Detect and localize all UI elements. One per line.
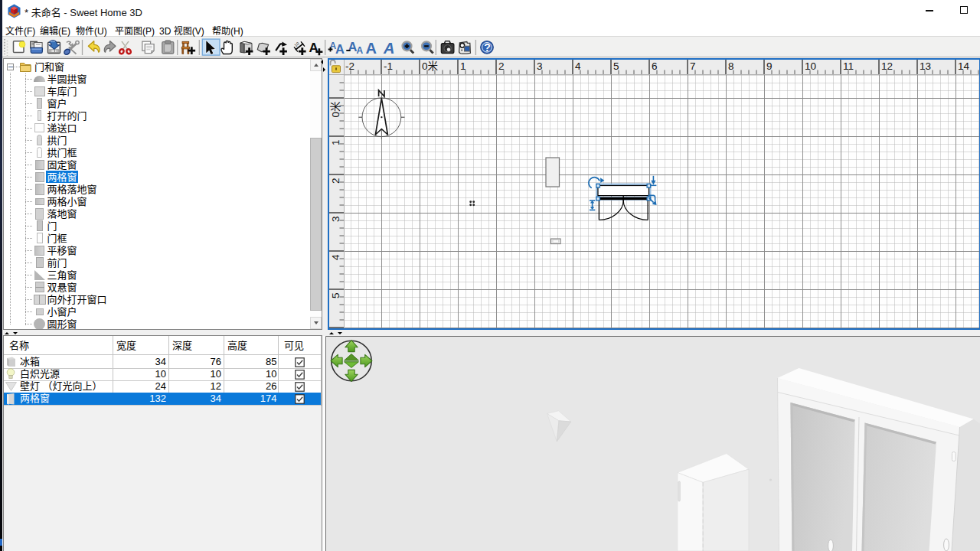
svg-text:7: 7 bbox=[690, 60, 696, 72]
svg-text:5: 5 bbox=[613, 60, 619, 72]
svg-text:13: 13 bbox=[920, 60, 931, 72]
svg-text:A: A bbox=[357, 45, 364, 56]
svg-text:4: 4 bbox=[330, 254, 341, 260]
svg-text:0米: 0米 bbox=[422, 60, 439, 72]
svg-text:A: A bbox=[366, 40, 377, 57]
svg-text:A: A bbox=[335, 42, 345, 56]
svg-text:11: 11 bbox=[843, 60, 854, 72]
svg-text:1: 1 bbox=[330, 140, 341, 146]
svg-text:0米: 0米 bbox=[330, 101, 341, 118]
svg-text:12: 12 bbox=[881, 60, 893, 72]
svg-text:3: 3 bbox=[330, 217, 341, 223]
svg-text:10: 10 bbox=[805, 60, 816, 72]
svg-text:5: 5 bbox=[330, 293, 341, 299]
svg-text:14: 14 bbox=[958, 60, 970, 72]
svg-text:9: 9 bbox=[766, 60, 773, 72]
svg-text:2: 2 bbox=[498, 60, 505, 72]
svg-text:8: 8 bbox=[728, 60, 734, 72]
svg-text:-1: -1 bbox=[384, 60, 393, 72]
svg-text:1: 1 bbox=[460, 60, 466, 72]
svg-text:2: 2 bbox=[330, 178, 341, 184]
svg-text:A: A bbox=[383, 40, 394, 57]
svg-text:3: 3 bbox=[537, 60, 543, 72]
svg-text:4: 4 bbox=[575, 60, 581, 72]
svg-text:-2: -2 bbox=[345, 60, 354, 72]
svg-text:?: ? bbox=[484, 41, 491, 54]
svg-text:6: 6 bbox=[652, 60, 658, 72]
